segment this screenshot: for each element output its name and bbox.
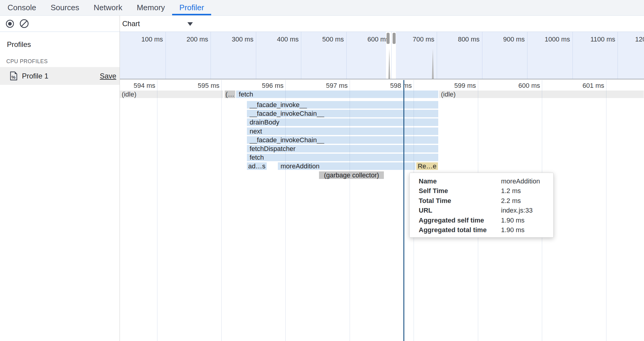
flame-bar-moreaddition[interactable]: moreAddition <box>278 162 415 170</box>
tooltip-row: Aggregated total time1.90 ms <box>410 225 553 235</box>
ruler-tick-label: 597 ms <box>288 82 348 90</box>
flame-bar-drainbody[interactable]: drainBody <box>247 118 438 126</box>
ruler-tick-label: 594 ms <box>120 82 155 90</box>
tooltip-value: moreAddition <box>501 177 553 186</box>
sidebar: Profiles CPU PROFILES % Profile 1 Save <box>0 32 120 341</box>
flame-bar--facade-invoke-[interactable]: __facade_invoke__ <box>247 101 438 109</box>
ms-gridline <box>157 80 157 341</box>
clear-icon <box>20 19 29 28</box>
flame-bar--idle-[interactable]: (idle) <box>439 91 644 98</box>
tooltip-row: Aggregated self time1.90 ms <box>410 216 553 225</box>
tooltip-row: Total Time2.2 ms <box>410 196 553 206</box>
tooltip-label: Self Time <box>419 186 501 196</box>
tab-profiler[interactable]: Profiler <box>172 0 211 15</box>
svg-text:%: % <box>11 75 15 80</box>
flame-bar--[interactable]: (… <box>225 91 235 98</box>
record-icon <box>6 20 14 28</box>
ruler-tick-label: 598 ms <box>352 82 412 90</box>
tooltip-value: 1.90 ms <box>501 225 553 235</box>
profile-list-item[interactable]: % Profile 1 Save <box>0 67 120 85</box>
selection-handle-right[interactable] <box>393 33 396 44</box>
view-mode-value: Chart <box>122 20 140 28</box>
clear-profiles-button[interactable] <box>20 19 29 28</box>
frame-tooltip: NamemoreAdditionSelf Time1.2 msTotal Tim… <box>409 173 554 238</box>
tab-network[interactable]: Network <box>87 0 129 15</box>
flame-bar--garbage-collector-[interactable]: (garbage collector) <box>319 171 384 179</box>
cpu-activity-spike <box>432 49 434 79</box>
profiles-title: Profiles <box>7 40 31 49</box>
flame-bar-fetch[interactable]: fetch <box>247 154 438 161</box>
overview-strip[interactable]: 100 ms200 ms300 ms400 ms500 ms600 ms700 … <box>120 32 644 79</box>
ruler-tick-label: 596 ms <box>223 82 284 90</box>
flame-bar-re-e[interactable]: Re…e <box>416 162 438 170</box>
tooltip-label: Name <box>419 177 501 186</box>
ms-gridline <box>350 80 350 341</box>
tooltip-value: 2.2 ms <box>501 196 553 206</box>
tooltip-value: 1.2 ms <box>501 186 553 196</box>
flame-bar--facade-invokechain-[interactable]: __facade_invokeChain__ <box>247 136 438 144</box>
tooltip-row: Self Time1.2 ms <box>410 186 553 196</box>
tooltip-label: URL <box>419 206 501 215</box>
tooltip-label: Aggregated total time <box>419 225 501 235</box>
profiler-toolbar: Chart <box>0 16 644 32</box>
flame-bar-fetchdispatcher[interactable]: fetchDispatcher <box>247 145 438 152</box>
tooltip-value: 1.90 ms <box>501 216 553 225</box>
current-time-marker[interactable] <box>403 80 404 341</box>
tooltip-row: URLindex.js:33 <box>410 206 553 215</box>
tab-memory[interactable]: Memory <box>129 0 172 15</box>
ruler-tick-label: 601 ms <box>544 82 604 90</box>
tab-bar: ConsoleSourcesNetworkMemoryProfiler <box>0 0 644 16</box>
tooltip-value: index.js:33 <box>501 206 553 215</box>
tooltip-label: Total Time <box>419 196 501 206</box>
flame-bar--idle-[interactable]: (idle) <box>120 91 223 98</box>
flame-bar-ad-s[interactable]: ad…s <box>247 162 267 170</box>
cpu-activity-spike <box>388 49 390 79</box>
tooltip-label: Aggregated self time <box>419 216 501 225</box>
dropdown-caret-icon <box>187 22 193 26</box>
ruler-tick-label: 600 ms <box>480 82 540 90</box>
flame-bar-fetch[interactable]: fetch <box>236 91 438 98</box>
flame-chart[interactable]: (idle)(…fetch(idle)__facade_invoke____fa… <box>120 80 644 341</box>
ruler-tick-label: 595 ms <box>159 82 220 90</box>
profile-name: Profile 1 <box>22 72 100 80</box>
save-profile-link[interactable]: Save <box>100 72 116 80</box>
ms-gridline <box>221 80 222 341</box>
flame-bar-next[interactable]: next <box>247 127 438 135</box>
tab-console[interactable]: Console <box>0 0 43 15</box>
flame-bar--facade-invokechain-[interactable]: __facade_invokeChain__ <box>247 110 438 117</box>
profile-document-icon: % <box>10 71 18 81</box>
record-profile-button[interactable] <box>6 20 14 28</box>
view-mode-select[interactable]: Chart <box>122 19 198 29</box>
overview-tick-label: 1200 ms <box>600 35 644 43</box>
cpu-profiles-section-label: CPU PROFILES <box>6 58 48 65</box>
tooltip-row: NamemoreAddition <box>410 177 553 186</box>
selection-handle-left[interactable] <box>387 33 390 44</box>
ms-gridline <box>285 80 286 341</box>
tab-sources[interactable]: Sources <box>43 0 86 15</box>
ruler-tick-label: 599 ms <box>416 82 476 90</box>
ms-gridline <box>606 80 606 341</box>
devtools-window: ConsoleSourcesNetworkMemoryProfiler Char… <box>0 0 644 341</box>
